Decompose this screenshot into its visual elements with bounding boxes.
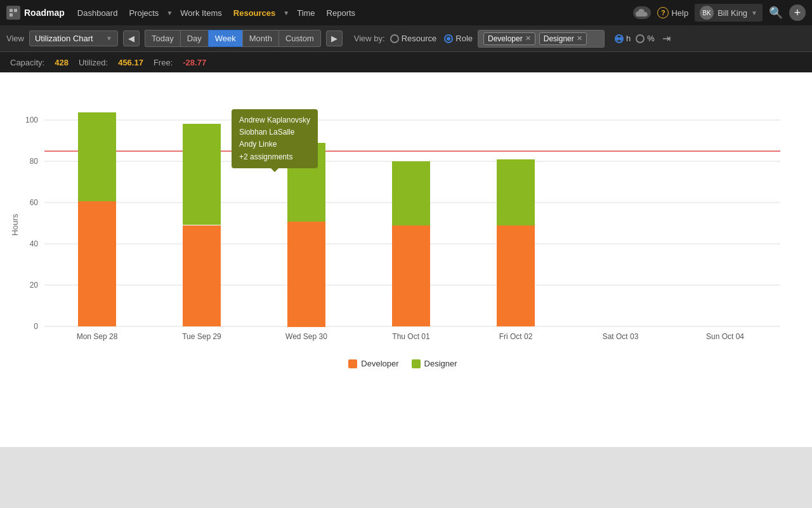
bar-fri-developer[interactable] <box>497 225 535 326</box>
user-avatar: BK <box>700 6 714 20</box>
toolbar: View Utilization Chart ▼ ◀ Today Day Wee… <box>0 25 812 52</box>
logo-icon <box>6 6 20 20</box>
nav-time[interactable]: Time <box>293 8 318 18</box>
bar-tue-designer[interactable] <box>183 124 221 225</box>
resources-dropdown-icon[interactable]: ▼ <box>283 10 289 17</box>
designer-legend-color <box>412 359 421 368</box>
user-menu[interactable]: BK Bill King ▼ <box>695 4 763 22</box>
svg-text:Hours: Hours <box>10 213 20 236</box>
filter-tags-container[interactable]: Developer ✕ Designer ✕ <box>478 30 605 48</box>
app-logo[interactable]: Roadmap <box>6 6 65 20</box>
cloud-icon[interactable] <box>633 6 651 19</box>
resource-radio[interactable]: Resource <box>390 34 437 43</box>
nav-reports[interactable]: Reports <box>323 8 360 18</box>
utilized-label: Utilized: <box>79 58 108 67</box>
chart-svg-wrapper: Andrew Kaplanovsky Siobhan LaSalle Andy … <box>6 85 799 354</box>
role-radio-dot <box>444 34 453 43</box>
svg-rect-0 <box>10 9 13 12</box>
day-button[interactable]: Day <box>180 30 208 47</box>
tooltip-line4: +2 assignments <box>239 151 310 163</box>
free-value: -28.77 <box>183 58 206 67</box>
bar-fri-designer[interactable] <box>497 159 535 225</box>
svg-text:0: 0 <box>34 322 38 331</box>
month-button[interactable]: Month <box>242 30 278 47</box>
bar-mon-developer[interactable] <box>78 201 116 326</box>
developer-legend-label: Developer <box>361 359 398 368</box>
bar-tooltip: Andrew Kaplanovsky Siobhan LaSalle Andy … <box>232 109 318 168</box>
developer-legend-item: Developer <box>348 359 398 368</box>
utilized-value: 456.17 <box>118 58 143 67</box>
designer-filter-tag[interactable]: Designer ✕ <box>539 32 587 45</box>
bar-thu-designer[interactable] <box>392 161 430 225</box>
svg-text:Sat Oct 03: Sat Oct 03 <box>603 332 639 341</box>
svg-rect-1 <box>14 9 17 12</box>
svg-text:40: 40 <box>30 239 39 248</box>
unit-toggle: h % <box>615 34 655 43</box>
hours-radio-dot <box>615 34 624 43</box>
svg-text:Mon Sep 28: Mon Sep 28 <box>77 332 118 341</box>
svg-text:Thu Oct 01: Thu Oct 01 <box>392 332 430 341</box>
svg-text:Fri Oct 02: Fri Oct 02 <box>499 332 533 341</box>
svg-rect-2 <box>10 13 13 17</box>
resource-radio-dot <box>390 34 399 43</box>
chart-legend: Developer Designer <box>6 359 799 368</box>
bottom-gray-area <box>0 447 812 508</box>
week-button[interactable]: Week <box>208 30 242 47</box>
prev-period-button[interactable]: ◀ <box>123 30 140 46</box>
help-label: Help <box>671 8 688 18</box>
svg-text:100: 100 <box>25 116 38 124</box>
user-dropdown-icon: ▼ <box>751 10 757 17</box>
nav-resources[interactable]: Resources <box>230 8 279 18</box>
developer-legend-color <box>348 359 357 368</box>
viewby-label: View by: <box>354 34 385 43</box>
viewby-radio-group: Resource Role <box>390 34 473 43</box>
tooltip-line1: Andrew Kaplanovsky <box>239 114 310 126</box>
free-label: Free: <box>154 58 173 67</box>
svg-text:Wed Sep 30: Wed Sep 30 <box>285 332 327 341</box>
percent-unit[interactable]: % <box>636 34 655 43</box>
custom-button[interactable]: Custom <box>278 30 321 47</box>
svg-text:60: 60 <box>30 198 39 207</box>
bar-thu-developer[interactable] <box>392 225 430 326</box>
developer-filter-remove[interactable]: ✕ <box>525 34 531 43</box>
help-icon: ? <box>657 7 669 18</box>
view-select[interactable]: Utilization Chart ▼ <box>29 30 118 46</box>
capacity-bar: Capacity: 428 Utilized: 456.17 Free: -28… <box>0 52 812 72</box>
chart-content-wrapper: Andrew Kaplanovsky Siobhan LaSalle Andy … <box>0 72 812 447</box>
svg-text:Sun Oct 04: Sun Oct 04 <box>706 332 744 341</box>
add-button[interactable]: + <box>789 4 806 21</box>
role-radio[interactable]: Role <box>444 34 473 43</box>
period-selector: Today Day Week Month Custom <box>145 30 321 47</box>
nav-projects[interactable]: Projects <box>125 8 162 18</box>
search-button[interactable]: 🔍 <box>769 6 783 20</box>
capacity-label: Capacity: <box>10 58 44 67</box>
user-name: Bill King <box>717 8 747 18</box>
designer-legend-label: Designer <box>424 359 457 368</box>
tooltip-line2: Siobhan LaSalle <box>239 126 310 138</box>
svg-text:20: 20 <box>30 281 39 290</box>
top-navigation: Roadmap Dashboard Projects ▼ Work Items … <box>0 0 812 25</box>
hours-unit[interactable]: h <box>615 34 631 43</box>
today-button[interactable]: Today <box>145 30 180 47</box>
projects-dropdown-icon[interactable]: ▼ <box>166 10 173 17</box>
app-name: Roadmap <box>24 8 65 18</box>
chart-area: Andrew Kaplanovsky Siobhan LaSalle Andy … <box>0 72 812 381</box>
help-button[interactable]: ? Help <box>657 7 688 18</box>
nav-work-items[interactable]: Work Items <box>176 8 226 18</box>
view-label: View <box>6 34 24 43</box>
bar-tue-developer[interactable] <box>183 225 221 326</box>
designer-legend-item: Designer <box>412 359 457 368</box>
designer-filter-remove[interactable]: ✕ <box>577 34 582 43</box>
percent-radio-dot <box>636 34 645 43</box>
export-button[interactable]: ⇥ <box>662 32 671 44</box>
topnav-right: ? Help BK Bill King ▼ 🔍 + <box>633 4 806 22</box>
chart-svg: Hours 0 20 40 60 80 100 <box>6 85 793 352</box>
nav-dashboard[interactable]: Dashboard <box>74 8 122 18</box>
bar-mon-designer[interactable] <box>78 112 116 201</box>
tooltip-line3: Andy Linke <box>239 138 310 150</box>
bar-wed-developer[interactable] <box>287 222 325 327</box>
developer-filter-tag[interactable]: Developer ✕ <box>483 32 535 45</box>
svg-text:Tue Sep 29: Tue Sep 29 <box>182 332 221 341</box>
capacity-value: 428 <box>55 58 69 67</box>
next-period-button[interactable]: ▶ <box>326 30 343 46</box>
